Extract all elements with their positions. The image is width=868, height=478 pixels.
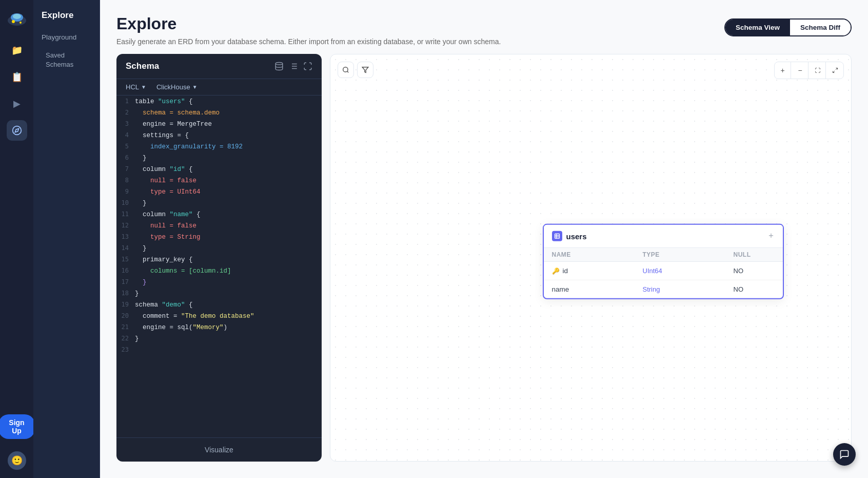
panels-area: Schema <box>100 54 868 478</box>
erd-zoom-controls: + − <box>774 62 844 79</box>
zoom-fullscreen-button[interactable] <box>827 62 843 79</box>
expand-icon[interactable] <box>303 62 312 71</box>
main-content: Explore Easily generate an ERD from your… <box>100 0 868 478</box>
database-icon[interactable] <box>274 62 284 71</box>
code-line: 23 <box>116 344 322 355</box>
chat-bubble-button[interactable] <box>833 443 856 466</box>
sidebar-item-playground[interactable]: Playground <box>33 29 100 47</box>
code-line: 12 null = false <box>116 220 322 231</box>
code-line: 15 primary_key { <box>116 254 322 265</box>
schema-footer: Visualize <box>116 437 322 462</box>
erd-filter-button[interactable] <box>357 62 373 78</box>
code-line: 13 type = String <box>116 231 322 242</box>
schema-panel: Schema <box>116 54 322 462</box>
code-line: 20 comment = "The demo database" <box>116 310 322 321</box>
view-toggle: Schema View Schema Diff <box>724 18 852 36</box>
svg-rect-17 <box>555 234 559 238</box>
code-line: 14 } <box>116 242 322 254</box>
sign-up-button[interactable]: Sign Up <box>0 414 35 439</box>
code-line: 17 } <box>116 276 322 288</box>
zoom-in-button[interactable]: + <box>775 62 791 79</box>
second-sidebar-title: Explore <box>33 10 100 29</box>
col-name-null: NO <box>734 285 775 293</box>
table-name: users <box>552 231 587 241</box>
table-card-users: users Name Type Null 🔑 i <box>543 224 784 299</box>
lang-db-label: ClickHouse <box>156 83 190 91</box>
zoom-fit-button[interactable] <box>810 62 826 79</box>
erd-search-button[interactable] <box>338 62 354 78</box>
schema-header-icons <box>274 62 312 71</box>
visualize-button[interactable]: Visualize <box>205 446 233 454</box>
code-line: 18} <box>116 288 322 299</box>
table-row: 🔑 id UInt64 NO <box>544 262 783 280</box>
code-line: 9 type = UInt64 <box>116 186 322 197</box>
code-line: 5 index_granularity = 8192 <box>116 141 322 152</box>
lang-hcl-label: HCL <box>126 83 139 91</box>
svg-point-4 <box>19 22 22 24</box>
table-icon <box>552 231 562 241</box>
folder-icon[interactable]: 📁 <box>7 40 27 61</box>
code-line: 4 settings = { <box>116 129 322 141</box>
table-cols-header: Name Type Null <box>544 248 783 262</box>
svg-point-5 <box>12 126 21 135</box>
code-line: 7 column "id" { <box>116 163 322 175</box>
table-title: users <box>566 232 587 240</box>
rail-bottom: Sign Up 🙂 <box>0 414 35 478</box>
code-line: 16 columns = [column.id] <box>116 265 322 276</box>
lang-hcl-arrow: ▼ <box>141 84 146 90</box>
code-line: 11 column "name" { <box>116 208 322 220</box>
svg-point-6 <box>275 63 283 65</box>
schema-view-button[interactable]: Schema View <box>725 20 790 35</box>
lang-selector-hcl[interactable]: HCL ▼ <box>126 83 146 91</box>
code-line: 10 } <box>116 197 322 208</box>
sidebar-item-saved-schemas[interactable]: Saved Schemas <box>33 47 100 73</box>
col-id-type: UInt64 <box>643 267 734 275</box>
svg-line-15 <box>836 68 838 70</box>
app-logo <box>6 8 28 30</box>
compass-icon[interactable] <box>7 120 27 141</box>
table-card-header: users <box>544 225 783 248</box>
schema-code-editor[interactable]: 1table "users" {2 schema = schema.demo3 … <box>116 95 322 437</box>
code-line: 8 null = false <box>116 175 322 186</box>
page-title: Explore <box>116 14 501 33</box>
code-line: 2 schema = schema.demo <box>116 107 322 118</box>
zoom-out-button[interactable]: − <box>792 62 808 79</box>
svg-point-13 <box>343 67 348 72</box>
icon-rail: 📁 📋 ▶ Sign Up 🙂 <box>0 0 33 478</box>
col-id-null: NO <box>734 267 775 275</box>
page-subtitle: Easily generate an ERD from your databas… <box>116 37 501 46</box>
col-name-name: name <box>552 285 643 293</box>
svg-point-2 <box>13 14 21 19</box>
document-icon[interactable]: 📋 <box>7 67 27 87</box>
col-header-type: Type <box>643 251 734 258</box>
code-line: 3 engine = MergeTree <box>116 118 322 129</box>
schema-lang-bar: HCL ▼ ClickHouse ▼ <box>116 79 322 95</box>
svg-line-16 <box>833 71 835 73</box>
code-line: 6 } <box>116 152 322 163</box>
lang-selector-db[interactable]: ClickHouse ▼ <box>156 83 198 91</box>
play-icon[interactable]: ▶ <box>7 93 27 114</box>
code-line: 1table "users" { <box>116 95 322 107</box>
schema-panel-header: Schema <box>116 54 322 79</box>
svg-marker-14 <box>362 67 368 73</box>
header-left: Explore Easily generate an ERD from your… <box>116 14 501 46</box>
erd-panel: + − <box>330 54 852 462</box>
schema-title: Schema <box>126 61 159 71</box>
col-name-type: String <box>643 285 734 293</box>
list-icon[interactable] <box>289 62 298 71</box>
avatar[interactable]: 🙂 <box>8 451 26 470</box>
col-id-name: 🔑 id <box>552 267 643 275</box>
main-header: Explore Easily generate an ERD from your… <box>100 0 868 54</box>
svg-point-3 <box>12 20 15 23</box>
schema-diff-button[interactable]: Schema Diff <box>790 20 851 35</box>
table-row: name String NO <box>544 280 783 298</box>
code-line: 22} <box>116 333 322 344</box>
code-line: 19schema "demo" { <box>116 299 322 310</box>
col-header-name: Name <box>552 251 643 258</box>
pk-badge-id: 🔑 <box>552 267 560 274</box>
table-expand-icon[interactable] <box>767 232 775 240</box>
lang-db-arrow: ▼ <box>192 84 198 90</box>
erd-toolbar <box>338 62 373 78</box>
code-line: 21 engine = sql("Memory") <box>116 321 322 333</box>
second-sidebar: Explore Playground Saved Schemas <box>33 0 100 478</box>
